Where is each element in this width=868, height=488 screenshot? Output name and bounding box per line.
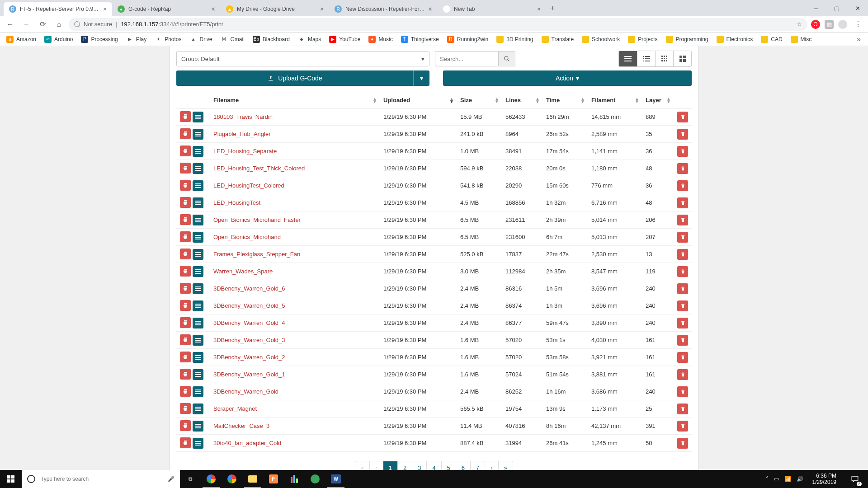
view-detail-button[interactable] [637,51,655,66]
wifi-icon[interactable]: 📶 [784,476,791,482]
delete-button[interactable] [677,318,688,328]
file-link[interactable]: LED_Housing_Separate [213,148,277,155]
opera-extension-icon[interactable]: O [811,20,820,29]
file-link[interactable]: 3DBenchy_Warren_Gold_2 [213,354,285,361]
page-first[interactable]: « [355,461,369,470]
extension-icon[interactable]: ▦ [825,20,834,29]
delete-button[interactable] [677,352,688,363]
col-size[interactable]: Size▲▼ [457,92,502,108]
print-button[interactable] [180,163,191,174]
file-link[interactable]: 3DBenchy_Warren_Gold_3 [213,337,285,343]
delete-button[interactable] [677,421,688,432]
file-link[interactable]: Plugable_Hub_Angler [213,131,270,137]
file-link[interactable]: 3DBenchy_Warren_Gold_6 [213,285,285,292]
queue-button[interactable] [193,180,203,191]
print-button[interactable] [180,420,191,431]
queue-button[interactable] [193,112,203,122]
queue-button[interactable] [193,421,203,432]
queue-button[interactable] [193,335,203,346]
browser-tab[interactable]: New Tab× [438,2,546,16]
col-filename[interactable]: Filename▲▼ [210,92,380,108]
file-link[interactable]: 3DBenchy_Warren_Gold_1 [213,371,285,378]
queue-button[interactable] [193,438,203,449]
file-link[interactable]: Frames_Plexiglass_Stepper_Fan [213,251,300,258]
star-icon[interactable]: ☆ [797,21,802,28]
bookmark-item[interactable]: Projects [625,36,660,43]
view-grid-large-button[interactable] [673,51,691,66]
delete-button[interactable] [677,146,688,157]
page-number[interactable]: 6 [456,461,470,470]
close-tab-icon[interactable]: × [212,5,215,13]
bookmarks-overflow[interactable]: » [853,35,864,43]
page-number[interactable]: 4 [427,461,441,470]
page-number[interactable]: 2 [398,461,412,470]
file-link[interactable]: LED_HousingTest_Colored [213,182,284,189]
new-tab-button[interactable]: + [546,4,559,13]
action-center-button[interactable]: 2 [845,470,864,488]
action-button[interactable]: Action ▾ [443,70,692,86]
bookmark-item[interactable]: ▶YouTube [326,36,363,43]
volume-icon[interactable]: 🔊 [797,476,803,482]
file-link[interactable]: Open_Bionics_Microhand_Faster [213,216,301,223]
file-link[interactable]: Scraper_Magnet [213,405,257,412]
upload-gcode-button[interactable]: Upload G-Code [176,70,413,86]
print-button[interactable] [180,300,191,311]
task-view-button[interactable]: ⧉ [180,470,201,488]
bookmark-item[interactable]: CAD [758,36,785,43]
delete-button[interactable] [677,404,688,414]
search-button[interactable] [498,51,515,66]
home-button[interactable]: ⌂ [52,18,65,31]
queue-button[interactable] [193,266,203,277]
print-button[interactable] [180,352,191,362]
queue-button[interactable] [193,146,203,157]
queue-button[interactable] [193,404,203,414]
print-button[interactable] [180,111,191,122]
print-button[interactable] [180,214,191,225]
queue-button[interactable] [193,163,203,174]
delete-button[interactable] [677,335,688,346]
delete-button[interactable] [677,369,688,380]
print-button[interactable] [180,437,191,448]
delete-button[interactable] [677,283,688,294]
bookmark-item[interactable]: Electronics [714,36,756,43]
delete-button[interactable] [677,232,688,243]
bookmark-item[interactable]: Schoolwork [579,36,623,43]
battery-icon[interactable]: ▭ [774,476,779,482]
reload-button[interactable]: ⟳ [36,18,49,31]
bookmark-item[interactable]: RRunning2win [444,36,491,43]
delete-button[interactable] [677,300,688,311]
taskbar-app-word[interactable]: W [326,470,346,488]
file-link[interactable]: LED_HousingTest [213,199,260,206]
bookmark-item[interactable]: PProcessing [78,36,120,43]
page-number[interactable]: 7 [471,461,485,470]
maximize-button[interactable]: ▢ [826,1,847,15]
browser-tab[interactable]: ▲My Drive - Google Drive× [221,2,329,16]
close-tab-icon[interactable]: × [320,5,324,13]
browser-tab[interactable]: RNew Discussion - Repetier-Forum× [329,2,438,16]
file-link[interactable]: MailChecker_Case_3 [213,422,269,429]
minimize-button[interactable]: ─ [806,1,826,15]
print-button[interactable] [180,249,191,259]
upload-gcode-dropdown[interactable]: ▾ [413,70,429,86]
queue-button[interactable] [193,369,203,380]
queue-button[interactable] [193,197,203,208]
print-button[interactable] [180,403,191,414]
page-number[interactable]: 3 [412,461,426,470]
close-tab-icon[interactable]: × [103,5,107,13]
bookmark-item[interactable]: ▲Drive [187,36,215,43]
taskbar-app-chrome[interactable] [222,470,242,488]
browser-tab[interactable]: RFT-5 - Repetier-Server Pro 0.90.7× [4,2,112,16]
page-prev[interactable]: ‹ [370,461,382,470]
view-grid-small-button[interactable] [655,51,673,66]
file-link[interactable]: 30to40_fan_adapter_Cold [213,440,281,446]
forward-button[interactable]: → [20,18,33,31]
page-next[interactable]: › [485,461,498,470]
bookmark-item[interactable]: ✦Photos [152,36,184,43]
profile-avatar[interactable] [838,20,847,29]
col-layer[interactable]: Layer▲▼ [642,92,674,108]
queue-button[interactable] [193,352,203,363]
bookmark-item[interactable]: aAmazon [4,36,39,43]
bookmark-item[interactable]: MGmail [218,36,247,43]
delete-button[interactable] [677,163,688,174]
chrome-menu-button[interactable]: ⋮ [852,18,864,31]
